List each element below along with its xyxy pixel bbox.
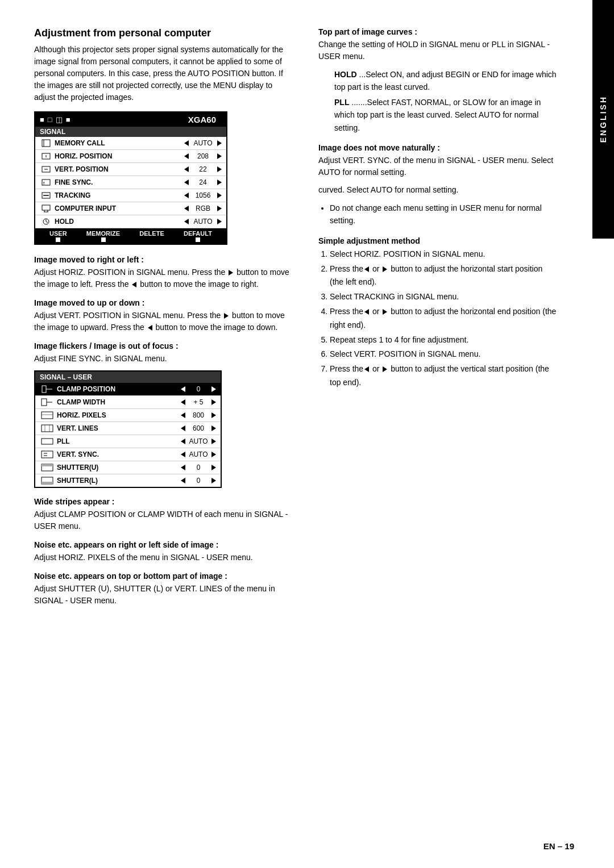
right-arrow xyxy=(217,166,222,172)
text-wide-stripes: Adjust CLAMP POSITION or CLAMP WIDTH of … xyxy=(34,508,296,532)
clamp-pos-value: 0 xyxy=(185,385,211,393)
menu-row-fine-sync: f FINE SYNC. 24 xyxy=(35,176,226,189)
left-arrow xyxy=(184,153,189,159)
horiz-icon xyxy=(40,151,52,161)
heading-simple-adjustment: Simple adjustment method xyxy=(318,236,557,245)
fine-sync-label: FINE SYNC. xyxy=(55,178,184,186)
computer-input-label: COMPUTER INPUT xyxy=(55,205,184,212)
svg-rect-27 xyxy=(42,451,53,458)
vert-lines-icon xyxy=(40,423,55,433)
heading-top-image-curves: Top part of image curves : xyxy=(318,27,557,36)
tri-left-step4 xyxy=(364,309,369,315)
hold-desc: HOLD ...Select ON, and adjust BEGIN or E… xyxy=(334,68,557,94)
page-container: ENGLISH Adjustment from personal compute… xyxy=(0,0,614,868)
clamp-width-icon xyxy=(40,397,55,407)
two-col-layout: Adjustment from personal computer Althou… xyxy=(34,27,580,612)
header-icons: ■ □ ◫ ■ xyxy=(40,115,70,124)
heading-noise-top-bottom: Noise etc. appears on top or bottom part… xyxy=(34,571,296,581)
left-arrow xyxy=(184,180,189,185)
tri-right-icon xyxy=(229,270,233,276)
hold-icon xyxy=(40,216,52,227)
svg-rect-17 xyxy=(42,386,46,393)
heading-moved-right-left: Image moved to right or left : xyxy=(34,255,296,264)
heading-wide-stripes: Wide stripes appear : xyxy=(34,497,296,506)
user-row-clamp-position: CLAMP POSITION 0 xyxy=(35,383,221,396)
text-moved-right-left: Adjust HORIZ. POSITION in SIGNAL menu. P… xyxy=(34,266,296,290)
left-arrow xyxy=(184,193,189,198)
pll-value: AUTO xyxy=(185,437,211,445)
right-arrow xyxy=(217,193,222,198)
horiz-pixels-icon xyxy=(40,410,55,420)
horiz-value: 208 xyxy=(189,152,217,160)
left-arrow xyxy=(184,140,189,146)
vert-sync-value: AUTO xyxy=(185,450,211,458)
step-4: Press the or button to adjust the horizo… xyxy=(330,305,557,332)
horiz-pixels-label: HORIZ. PIXELS xyxy=(57,411,181,419)
icon1: ■ xyxy=(40,115,44,124)
left-arrow xyxy=(184,206,189,211)
svg-rect-31 xyxy=(42,464,53,466)
user-row-shutter-u: SHUTTER(U) 0 xyxy=(35,461,221,474)
tri-right-step7 xyxy=(383,366,387,372)
svg-rect-26 xyxy=(42,439,53,444)
user-square xyxy=(56,237,60,242)
indent-hold-pll: HOLD ...Select ON, and adjust BEGIN or E… xyxy=(334,68,557,134)
step-3: Select TRACKING in SIGNAL menu. xyxy=(330,290,557,304)
signal-menu-header: ■ □ ◫ ■ XGA60 xyxy=(35,112,226,127)
text-noise-right-left: Adjust HORIZ. PIXELS of the menu in SIGN… xyxy=(34,552,296,564)
user-menu-header: SIGNAL – USER xyxy=(35,372,221,383)
left-arrow xyxy=(181,399,185,405)
user-row-clamp-width: CLAMP WIDTH + 5 xyxy=(35,396,221,409)
svg-rect-21 xyxy=(42,412,53,419)
footer-memorize: MEMORIZE xyxy=(86,230,120,242)
tracking-label: TRACKING xyxy=(55,191,184,199)
tri-left-step7 xyxy=(364,366,369,372)
hold-label: HOLD xyxy=(55,218,184,226)
icon4: ■ xyxy=(66,115,70,124)
tri-left-step2 xyxy=(364,266,369,272)
horiz-pixels-value: 800 xyxy=(185,411,211,419)
left-arrow-white xyxy=(181,386,185,392)
left-arrow xyxy=(181,452,185,457)
signal-user-menu-table: SIGNAL – USER CLAMP POSITION 0 xyxy=(34,370,222,488)
section-title: Adjustment from personal computer xyxy=(34,27,296,39)
right-column: Top part of image curves : Change the se… xyxy=(318,27,580,612)
vert-value: 22 xyxy=(189,165,217,173)
right-arrow-white xyxy=(211,386,216,392)
default-square xyxy=(196,237,200,242)
text-image-not-move-1: Adjust VERT. SYNC. of the menu in SIGNAL… xyxy=(318,155,557,178)
left-arrow xyxy=(184,166,189,172)
step-2: Press the or button to adjust the horizo… xyxy=(330,262,557,290)
vert-lines-value: 600 xyxy=(185,424,211,432)
svg-rect-33 xyxy=(42,482,53,484)
text-image-flickers: Adjust FINE SYNC. in SIGNAL menu. xyxy=(34,353,296,365)
step-5: Repeat steps 1 to 4 for fine adjustment. xyxy=(330,333,557,347)
english-label: ENGLISH xyxy=(599,95,608,143)
memorize-square xyxy=(101,237,106,242)
tri-right-step4 xyxy=(383,309,387,315)
menu-row-hold: HOLD AUTO xyxy=(35,215,226,228)
computer-icon xyxy=(40,203,52,214)
memory-value: AUTO xyxy=(189,139,217,147)
shutter-l-value: 0 xyxy=(185,477,211,485)
svg-rect-23 xyxy=(42,425,53,432)
delete-placeholder xyxy=(150,237,154,242)
right-arrow xyxy=(211,412,216,418)
left-column: Adjustment from personal computer Althou… xyxy=(34,27,296,612)
right-arrow xyxy=(217,180,222,185)
simple-adjustment-steps: Select HORIZ. POSITION in SIGNAL menu. P… xyxy=(330,248,557,390)
heading-noise-right-left: Noise etc. appears on right or left side… xyxy=(34,540,296,549)
text-noise-top-bottom: Adjust SHUTTER (U), SHUTTER (L) or VERT.… xyxy=(34,583,296,607)
right-arrow xyxy=(211,399,216,405)
horiz-label: HORIZ. POSITION xyxy=(55,152,184,160)
clamp-pos-icon xyxy=(40,384,55,394)
tri-right-step2 xyxy=(383,266,387,272)
pll-icon xyxy=(40,436,55,446)
right-arrow xyxy=(217,140,222,146)
footer-user: USER xyxy=(49,230,67,242)
vert-icon xyxy=(40,164,52,174)
text-moved-up-down: Adjust VERT. POSITION in SIGNAL menu. Pr… xyxy=(34,310,296,333)
vert-lines-label: VERT. LINES xyxy=(57,424,181,432)
clamp-width-value: + 5 xyxy=(185,398,211,406)
user-row-horiz-pixels: HORIZ. PIXELS 800 xyxy=(35,409,221,422)
